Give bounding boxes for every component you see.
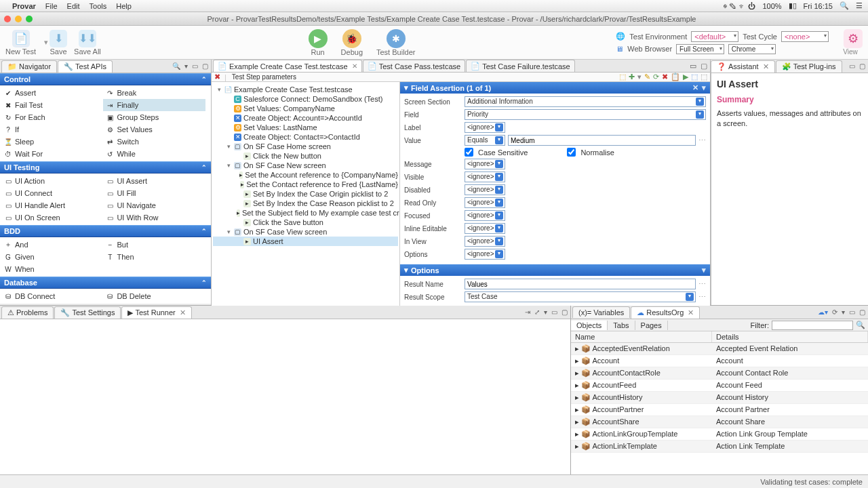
chevron-icon[interactable]: ▾ (702, 83, 706, 92)
tree-row[interactable]: ▸Set By Index the Case Origin picklist t… (213, 189, 398, 199)
maximize-icon[interactable]: ▢ (859, 62, 865, 70)
menu-app[interactable]: Provar (12, 2, 36, 10)
result-name-input[interactable] (465, 279, 696, 289)
minimize-icon[interactable]: ▭ (849, 62, 855, 70)
inline-select[interactable]: <ignore> (465, 223, 505, 234)
close-icon[interactable]: ✕ (688, 308, 694, 317)
screen-section-select[interactable]: Additional Information (465, 96, 706, 107)
editor-tab-0[interactable]: 📄Example Create Case Test.testcase✕ (213, 60, 362, 72)
tree-row[interactable]: ▸UI Assert (213, 237, 398, 246)
tree-row[interactable]: ⚙Set Values: LastName (213, 123, 398, 132)
search-icon[interactable]: 🔍 (840, 1, 849, 10)
tab-resultsorg[interactable]: ☁ResultsOrg✕ (631, 306, 700, 319)
tree-row[interactable]: ✕Create Object: Contact=>ContactId (213, 132, 398, 142)
minimize-icon[interactable]: ▭ (690, 62, 696, 70)
field-select[interactable]: Priority (465, 109, 706, 120)
tree-row[interactable]: ▾▢On SF Case New screen (213, 161, 398, 170)
api-item[interactable]: ＋And (1, 239, 103, 251)
menu-file[interactable]: File (45, 2, 58, 10)
helper-icon[interactable]: ⋯ (698, 136, 706, 145)
maximize-icon[interactable]: ▢ (701, 62, 707, 70)
tab-test-runner[interactable]: ▶Test Runner✕ (121, 306, 191, 319)
inview-select[interactable]: <ignore> (465, 236, 505, 247)
table-row[interactable]: ▸ 📦 ActionLinkGroupTemplateAction Link G… (571, 428, 868, 441)
options-header[interactable]: ▾Options ▾ (400, 264, 710, 276)
maximize-icon[interactable]: ▢ (859, 308, 865, 316)
error-icon[interactable]: ✖ (214, 73, 220, 81)
visible-select[interactable]: <ignore> (465, 171, 505, 182)
table-row[interactable]: ▸ 📦 AccountFeedAccount Feed (571, 380, 868, 392)
api-item[interactable]: ⚙Set Values (103, 123, 205, 136)
cloud-icon[interactable]: ☁▾ (818, 308, 828, 316)
subtab-tabs[interactable]: Tabs (608, 321, 635, 330)
traffic-lights[interactable] (4, 16, 33, 22)
search-icon[interactable]: 🔍 (856, 321, 865, 329)
editor-tab-1[interactable]: 📄Test Case Pass.testcase (363, 60, 465, 72)
result-scope-select[interactable]: Test Case (465, 291, 696, 302)
settings-button[interactable]: ⚙ (844, 29, 863, 48)
col-name[interactable]: Name (571, 331, 712, 342)
api-item[interactable]: ⏳Sleep (1, 136, 103, 148)
close-icon[interactable]: ✕ (352, 62, 357, 70)
helper-icon[interactable]: ⋯ (698, 293, 706, 302)
tab-navigator[interactable]: 📁Navigator (1, 60, 57, 73)
table-row[interactable]: ▸ 📦 ActionLinkTemplateAction Link Templa… (571, 441, 868, 453)
api-item[interactable]: ⛁DB Delete (103, 290, 205, 302)
api-item[interactable]: ⇥Finally (103, 99, 205, 111)
focused-select[interactable]: <ignore> (465, 210, 505, 221)
view-menu-icon[interactable]: ▾ (184, 62, 188, 70)
helper-icon[interactable]: ⋯ (698, 280, 706, 289)
api-item[interactable]: −But (103, 239, 205, 251)
api-item[interactable]: ?If (1, 123, 103, 136)
menu-icon[interactable]: ☰ (856, 1, 863, 10)
tree-row[interactable]: ▸Click the Save button (213, 218, 398, 227)
tree-row[interactable]: ▸Set the Subject field to My example cas… (213, 208, 398, 218)
readonly-select[interactable]: <ignore> (465, 197, 505, 208)
toolbar-icons[interactable]: ⬚✚▾ ✎⟳✖ 📋▶⬚⬚ (619, 73, 707, 81)
tab-assistant[interactable]: ❓Assistant✕ (711, 60, 775, 73)
env-select[interactable]: <default> (691, 31, 738, 42)
tab-plugins[interactable]: 🧩Test Plug-ins (776, 60, 842, 73)
api-item[interactable]: GGiven (1, 251, 103, 263)
api-item[interactable]: ▭UI Fill (103, 187, 205, 199)
api-item[interactable]: ↻For Each (1, 111, 103, 123)
table-row[interactable]: ▸ 📦 AccountHistoryAccount History (571, 392, 868, 404)
category-header[interactable]: UI Testing⌃ (0, 161, 211, 174)
cycle-select[interactable]: <none> (781, 31, 829, 42)
dropdown-icon[interactable]: ▾ (44, 38, 48, 47)
tree-row[interactable]: ⚙Set Values: CompanyName (213, 104, 398, 113)
category-header[interactable]: Control⌃ (0, 73, 211, 85)
category-header[interactable]: Database⌃ (0, 277, 211, 289)
tree-row[interactable]: ▸Set the Account reference to {CompanyNa… (213, 170, 398, 180)
api-item[interactable]: ▭UI On Screen (1, 211, 103, 224)
tree-row[interactable]: ▾📄Example Create Case Test.testcase (213, 85, 398, 94)
table-row[interactable]: ▸ 📦 AccountAccount (571, 355, 868, 367)
case-sensitive-checkbox[interactable] (465, 148, 473, 157)
close-icon[interactable]: ✕ (763, 62, 769, 71)
table-row[interactable]: ▸ 📦 AccountContactRoleAccount Contact Ro… (571, 367, 868, 380)
api-item[interactable]: ⛁DB Connect (1, 290, 103, 302)
tool-icon[interactable]: ⇥ (525, 308, 530, 316)
subtab-pages[interactable]: Pages (635, 321, 668, 330)
editor-tab-2[interactable]: 📄Test Case Failure.testcase (466, 60, 575, 72)
subtab-objects[interactable]: Objects (571, 321, 608, 330)
api-item[interactable]: ✔Assert (1, 87, 103, 99)
tree-row[interactable]: ▸Set the Contact reference to Fred {Last… (213, 180, 398, 189)
api-item[interactable]: ▭UI Navigate (103, 199, 205, 211)
menu-edit[interactable]: Edit (67, 2, 80, 10)
browser-mode-select[interactable]: Full Screen (676, 44, 724, 54)
save-all-button[interactable]: ⬇⬇Save All (74, 30, 101, 56)
api-item[interactable]: ▭UI Action (1, 175, 103, 187)
api-item[interactable]: ↷Break (103, 87, 205, 99)
run-button[interactable]: ▶Run (309, 29, 328, 56)
normalise-checkbox[interactable] (567, 148, 576, 157)
options-select[interactable]: <ignore> (465, 249, 505, 260)
tab-problems[interactable]: ⚠Problems (1, 306, 54, 319)
api-item[interactable]: WWhen (1, 263, 103, 275)
minimize-icon[interactable]: ▭ (849, 308, 855, 316)
browser-select[interactable]: Chrome (728, 44, 776, 54)
save-button[interactable]: ⬇Save (50, 30, 67, 56)
category-header[interactable]: BDD⌃ (0, 225, 211, 237)
api-item[interactable]: ▣Group Steps (103, 111, 205, 123)
tree-row[interactable]: ▾▢On SF Case Home screen (213, 142, 398, 151)
